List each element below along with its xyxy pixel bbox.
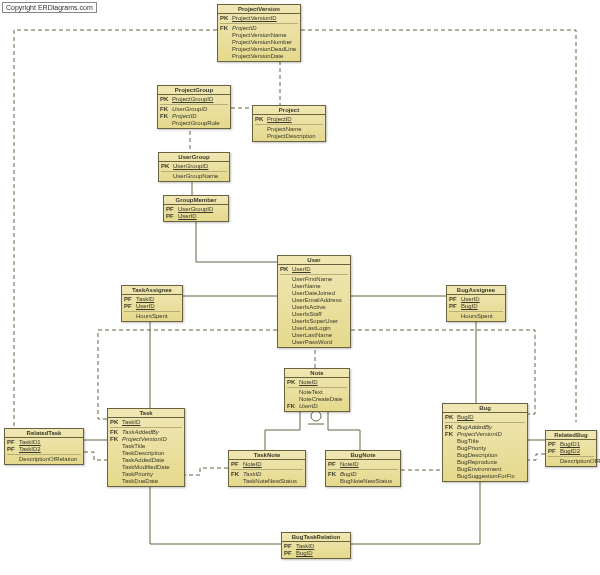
entity-task: Task PKTaskID FKTaskAddedBy FKProjectVer… (107, 408, 185, 487)
entity-title: GroupMember (164, 196, 228, 205)
entity-title: ProjectVersion (218, 5, 300, 14)
entity-title: ProjectGroup (158, 86, 230, 95)
copyright-label: Copyright ERDiagrams.com (2, 2, 97, 13)
entity-project: Project PKProjectID ProjectName ProjectD… (252, 105, 326, 142)
entity-title: Bug (443, 404, 527, 413)
entity-user: User PKUserID UserFirstName UserName Use… (277, 255, 351, 348)
entity-title: RelatedTask (5, 429, 83, 438)
entity-bugnote: BugNote PFNoteID FKBugID BugNoteNewStatu… (325, 450, 401, 487)
entity-taskassignee: TaskAssignee PFTaskID PFUserID HoursSpen… (121, 285, 183, 322)
entity-relatedbug: RelatedBug PFBugID1 PFBugID2 Description… (545, 430, 597, 467)
entity-title: RelatedBug (546, 431, 596, 440)
entity-usergroup: UserGroup PKUserGroupID UserGroupName (158, 152, 230, 182)
entity-title: Task (108, 409, 184, 418)
svg-point-0 (311, 411, 321, 421)
entity-title: BugAssignee (447, 286, 505, 295)
entity-groupmember: GroupMember PFUserGroupID PFUserID (163, 195, 229, 222)
entity-title: BugNote (326, 451, 400, 460)
entity-title: TaskAssignee (122, 286, 182, 295)
entity-bugassignee: BugAssignee PFUserID PFBugID HoursSpent (446, 285, 506, 322)
entity-projectgroup: ProjectGroup PKProjectGroupID FKUserGrou… (157, 85, 231, 129)
entity-title: Project (253, 106, 325, 115)
entity-tasknote: TaskNote PFNoteID FKTaskID TaskNoteNewSt… (228, 450, 306, 487)
entity-title: BugTaskRelation (282, 533, 350, 542)
entity-bug: Bug PKBugID FKBugAddedBy FKProjectVersio… (442, 403, 528, 482)
entity-title: TaskNote (229, 451, 305, 460)
entity-note: Note PKNoteID NoteText NoteCreateDate FK… (284, 368, 350, 412)
entity-projectversion: ProjectVersion PKProjectVersionID FKProj… (217, 4, 301, 62)
entity-title: User (278, 256, 350, 265)
entity-relatedtask: RelatedTask PFTaskID1 PFTaskID2 Descript… (4, 428, 84, 465)
entity-bugtaskrelation: BugTaskRelation PFTaskID PFBugID (281, 532, 351, 559)
entity-title: Note (285, 369, 349, 378)
entity-title: UserGroup (159, 153, 229, 162)
